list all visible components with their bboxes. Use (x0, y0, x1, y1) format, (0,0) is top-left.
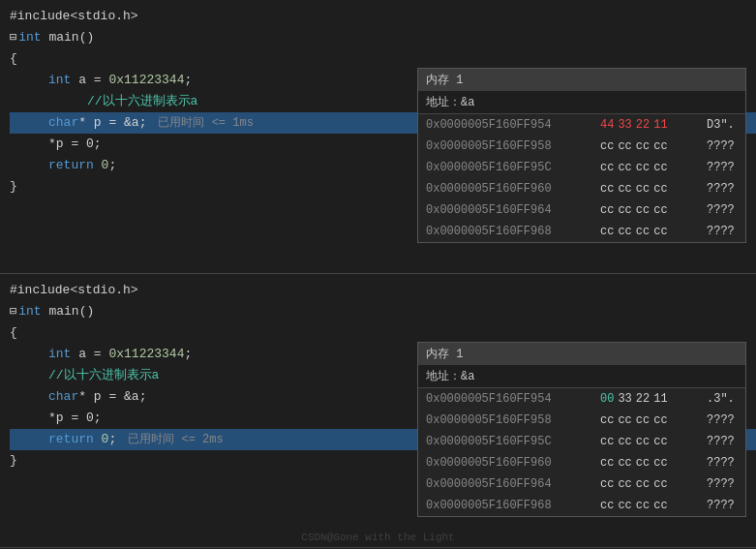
watermark: CSDN@Gone with the Light (301, 532, 454, 543)
memory-title-2: 内存 1 (418, 343, 745, 365)
time-note-1: 已用时间 <= 1ms (158, 112, 253, 134)
collapse-icon-2[interactable]: ⊟ (10, 301, 16, 322)
memory-row-1-3: 0x0000005F160FF95C cccccccc ???? (418, 157, 745, 178)
time-note-2: 已用时间 <= 2ms (128, 429, 223, 450)
memory-row-2-3: 0x0000005F160FF95C cccccccc ???? (418, 431, 745, 452)
panel-1: #include<stdio.h> ⊟ int main() { int a =… (0, 0, 756, 274)
memory-row-1-6: 0x0000005F160FF968 cccccccc ???? (418, 221, 745, 242)
memory-row-2-5: 0x0000005F160FF964 cccccccc ???? (418, 473, 745, 495)
line-include-1: #include<stdio.h> (10, 6, 756, 27)
memory-popup-2: 内存 1 地址：&a 0x0000005F160FF954 00 33 22 1… (417, 342, 746, 517)
memory-row-1-5: 0x0000005F160FF964 cccccccc ???? (418, 199, 745, 221)
panel-2: #include<stdio.h> ⊟ int main() { int a =… (0, 274, 756, 548)
collapse-icon-1[interactable]: ⊟ (10, 27, 16, 48)
memory-row-1-4: 0x0000005F160FF960 cccccccc ???? (418, 178, 745, 199)
memory-row-2-2: 0x0000005F160FF958 cccccccc ???? (418, 410, 745, 431)
memory-addr-2: 地址：&a (418, 365, 745, 388)
memory-row-2-6: 0x0000005F160FF968 cccccccc ???? (418, 495, 745, 516)
memory-row-2-4: 0x0000005F160FF960 cccccccc ???? (418, 452, 745, 473)
memory-row-1-1: 0x0000005F160FF954 44 33 22 11 D3". (418, 114, 745, 136)
line-main-1: ⊟ int main() (10, 27, 756, 48)
memory-addr-1: 地址：&a (418, 91, 745, 114)
line-brace-open-1: { (10, 48, 756, 70)
line-brace-open-2: { (10, 322, 756, 344)
memory-row-2-1: 0x0000005F160FF954 00 33 22 11 .3". (418, 388, 745, 410)
memory-row-1-2: 0x0000005F160FF958 cccccccc ???? (418, 136, 745, 157)
memory-popup-1: 内存 1 地址：&a 0x0000005F160FF954 44 33 22 1… (417, 68, 746, 243)
line-include-2: #include<stdio.h> (10, 280, 756, 301)
line-main-2: ⊟ int main() (10, 301, 756, 322)
memory-title-1: 内存 1 (418, 69, 745, 91)
